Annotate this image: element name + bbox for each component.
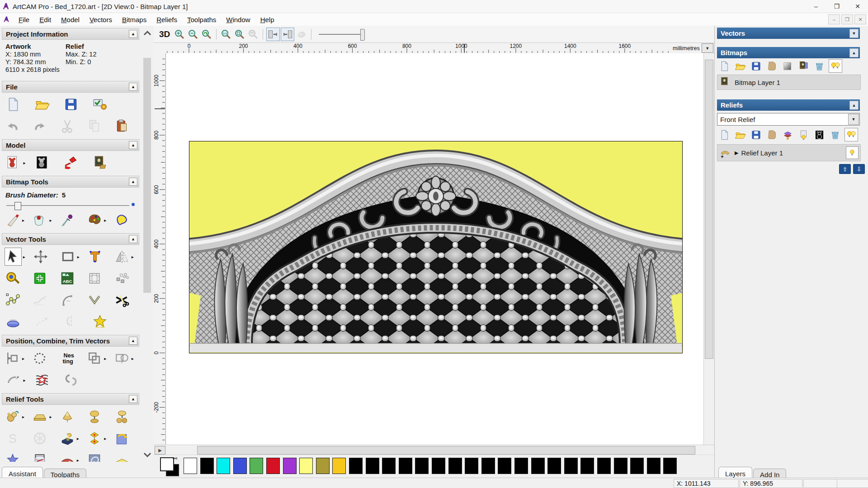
zoom-out-icon[interactable] [187, 28, 199, 41]
zoom-previous-icon[interactable] [200, 28, 213, 41]
relief-layer-row[interactable]: ▶ Relief Layer 1 [717, 144, 861, 161]
flyout-arrow-icon[interactable]: ▸ [75, 436, 80, 441]
combo-dropdown-icon[interactable]: ▼ [848, 114, 859, 125]
bitmap-layer-row[interactable]: Bitmap Layer 1 [717, 75, 861, 90]
flyout-arrow-icon[interactable]: ▸ [48, 218, 53, 223]
bend-relief-icon[interactable] [59, 451, 75, 462]
palette-swatch-7[interactable] [299, 458, 313, 474]
scroll-down-icon[interactable] [142, 449, 153, 460]
flyout-arrow-icon[interactable]: ▸ [22, 378, 27, 383]
palette-swatch-17[interactable] [465, 458, 478, 474]
flyout-arrow-icon[interactable]: ▸ [103, 436, 108, 441]
node-editing-icon[interactable] [5, 291, 21, 309]
mdi-restore-button[interactable]: ❐ [841, 14, 853, 24]
relief-layers-icon[interactable] [114, 451, 130, 462]
offset-relief-icon[interactable] [114, 430, 130, 447]
rollup-button[interactable]: ▲ [129, 235, 137, 243]
flyout-arrow-icon[interactable]: ▸ [21, 356, 26, 361]
palette-swatch-6[interactable] [283, 458, 297, 474]
mirror-vectors-icon[interactable] [114, 248, 130, 265]
flyout-arrow-icon[interactable]: ▸ [130, 356, 135, 361]
toggle-bitmap-on-icon[interactable] [266, 28, 280, 41]
palette-swatch-15[interactable] [432, 458, 445, 474]
relief-set-combobox[interactable]: Front Relief ▼ [717, 113, 860, 126]
flyout-arrow-icon[interactable]: ▸ [22, 254, 27, 259]
unwrap-relief-icon[interactable] [32, 451, 48, 462]
scroll-up-icon[interactable] [142, 28, 153, 39]
bitmap-flood-select-icon[interactable] [114, 211, 130, 229]
rollup-button[interactable]: ▲ [129, 141, 137, 149]
smooth-relief-icon[interactable] [59, 408, 75, 425]
slider-handle[interactable] [360, 29, 365, 41]
palette-swatch-22[interactable] [547, 458, 561, 474]
palette-swatch-28[interactable] [647, 458, 660, 474]
offset-vectors-icon[interactable] [5, 313, 22, 330]
open-bitmap-layer-icon[interactable] [734, 60, 746, 72]
undo-icon[interactable] [5, 117, 21, 135]
colour-palette-icon[interactable] [86, 211, 103, 229]
mdi-minimize-button[interactable]: – [828, 14, 840, 24]
rollup-button[interactable]: ▲ [129, 337, 137, 345]
paste-icon[interactable] [114, 117, 130, 135]
save-bitmap-layer-icon[interactable] [750, 60, 762, 72]
flyout-arrow-icon[interactable]: ▸ [130, 254, 135, 259]
distort-vectors-icon[interactable] [33, 371, 51, 389]
2d-view-canvas[interactable] [166, 53, 703, 445]
relief-from-image-icon[interactable]: b [59, 430, 75, 447]
create-rectangle-icon[interactable] [60, 248, 76, 265]
add-relief-icon[interactable] [86, 408, 103, 425]
interlock-vectors-icon[interactable] [62, 371, 80, 389]
menu-toolpaths[interactable]: Toolpaths [182, 14, 221, 25]
menu-reliefs[interactable]: Reliefs [151, 14, 182, 25]
horizontal-scrollbar[interactable]: ▶ [154, 445, 714, 455]
redo-icon[interactable] [32, 117, 48, 135]
greyscale-model-icon[interactable] [33, 154, 51, 171]
palette-swatch-1[interactable] [200, 458, 214, 474]
join-vectors-icon[interactable] [5, 371, 22, 389]
save-relief-layer-icon[interactable] [750, 128, 762, 141]
primary-secondary-colour[interactable]: ⚯ [160, 457, 181, 475]
flyout-arrow-icon[interactable]: ▸ [21, 414, 26, 419]
close-button[interactable]: ✕ [847, 0, 868, 13]
bitmap-to-relief-icon[interactable] [797, 60, 810, 72]
new-model-icon[interactable] [5, 96, 22, 113]
palette-swatch-10[interactable] [349, 458, 363, 474]
toggle-all-layers-icon[interactable] [829, 59, 842, 73]
vectors-expand-button[interactable]: ▼ [849, 29, 859, 38]
delete-layer-icon[interactable] [813, 60, 826, 72]
zoom-in-icon[interactable] [173, 28, 186, 41]
palette-swatch-23[interactable] [564, 458, 578, 474]
palette-swatch-11[interactable] [366, 458, 379, 474]
palette-swatch-29[interactable] [663, 458, 677, 474]
vector-doctor-icon[interactable] [91, 313, 108, 330]
units-dropdown-button[interactable]: ▼ [702, 43, 713, 53]
restore-button[interactable]: ❐ [826, 0, 847, 13]
open-file-icon[interactable] [33, 96, 51, 113]
palette-swatch-14[interactable] [415, 458, 429, 474]
flyout-arrow-icon[interactable]: ▸ [75, 458, 80, 462]
cut-vectors-icon[interactable] [114, 291, 130, 309]
greyscale-contrast-slider[interactable] [319, 28, 366, 40]
rollup-button[interactable]: ▲ [129, 178, 137, 186]
menu-help[interactable]: Help [255, 14, 279, 25]
combine-vectors-icon[interactable] [86, 350, 103, 367]
layer-contrast-icon[interactable] [797, 128, 810, 141]
create-text-icon[interactable] [87, 248, 103, 265]
vertical-scrollbar[interactable] [703, 53, 714, 445]
scroll-thumb[interactable] [143, 58, 151, 293]
menu-file[interactable]: File [14, 14, 34, 25]
lighting-icon[interactable] [62, 154, 80, 171]
flood-fill-icon[interactable] [32, 211, 48, 229]
toggle-bitmap-off-icon[interactable] [281, 28, 294, 41]
palette-swatch-9[interactable] [332, 458, 346, 474]
open-relief-layer-icon[interactable] [734, 128, 746, 141]
menu-window[interactable]: Window [221, 14, 255, 25]
menu-bitmaps[interactable]: Bitmaps [117, 14, 151, 25]
palette-swatch-16[interactable] [448, 458, 462, 474]
reliefs-collapse-button[interactable]: ▲ [849, 101, 859, 110]
hscroll-thumb[interactable] [197, 446, 695, 455]
text-panel-icon[interactable]: ABC [59, 270, 75, 287]
move-layer-up-button[interactable]: ⇧ [839, 164, 851, 174]
flyout-arrow-icon[interactable]: ▸ [22, 160, 27, 165]
primary-colour-swatch[interactable] [160, 457, 174, 471]
